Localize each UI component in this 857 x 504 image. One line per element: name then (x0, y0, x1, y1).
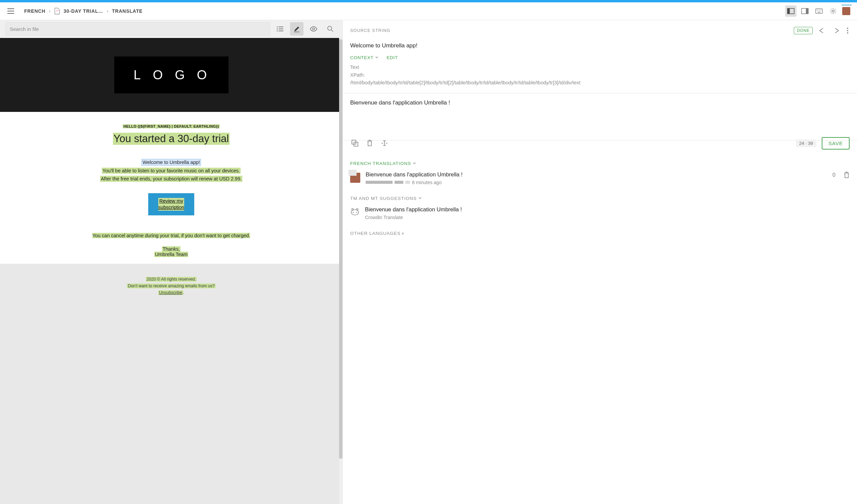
editor-pane: SOURCE STRING DONE Welcome to Umbrella a… (343, 20, 857, 504)
menu-icon[interactable] (6, 7, 15, 15)
svg-rect-12 (279, 27, 283, 27)
translation-time: 8 minutes ago (412, 180, 442, 185)
svg-point-18 (313, 28, 315, 30)
svg-rect-14 (279, 29, 283, 29)
svg-rect-3 (806, 9, 808, 14)
translation-text: Bienvenue dans l'application Umbrella ! (366, 171, 827, 178)
svg-point-11 (277, 27, 278, 28)
translation-input[interactable]: Bienvenue dans l'application Umbrella ! (343, 94, 857, 140)
svg-point-5 (817, 10, 817, 11)
settings-icon[interactable] (827, 5, 839, 17)
preview-toolbar: Search in file (0, 20, 342, 38)
header-actions (785, 5, 851, 17)
thanks-text[interactable]: Thanks, (162, 246, 181, 252)
cta-button[interactable]: Review my subscription (148, 193, 194, 215)
email-preview: LOGO HELLO {{${FIRST_NAME} | DEFAULT: EA… (0, 38, 342, 303)
delete-translation-icon[interactable] (843, 171, 850, 179)
svg-point-28 (352, 208, 354, 210)
clear-icon[interactable] (365, 138, 374, 148)
svg-point-19 (328, 26, 332, 30)
svg-point-27 (356, 212, 357, 213)
mt-engine-icon (350, 207, 359, 216)
user-avatar[interactable] (842, 6, 851, 16)
translation-meta: 8 minutes ago (366, 180, 827, 185)
svg-point-6 (818, 10, 819, 11)
mt-source: Crowdin Translate (365, 215, 462, 220)
edit-context-link[interactable]: EDIT (386, 55, 398, 60)
vote-count: 0 (833, 172, 836, 178)
welcome-text[interactable]: Welcome to Umbrella app! (142, 159, 201, 165)
svg-point-26 (353, 212, 354, 213)
search-input[interactable]: Search in file (5, 22, 270, 36)
preview-scroll[interactable]: LOGO HELLO {{${FIRST_NAME} | DEFAULT: EA… (0, 38, 342, 504)
unsub-question[interactable]: Don't want to receive amazing emails fro… (127, 284, 215, 288)
unsubscribe-link[interactable]: Unsubscribe (158, 290, 183, 295)
cta-line1: Review my (158, 198, 184, 204)
text-cursor-icon[interactable] (380, 138, 389, 148)
app-header: French › 30-Day Trial… › Translate (0, 2, 857, 20)
context-xpath: /html/body/table/tbody/tr/td/table[2]/tb… (350, 79, 850, 87)
translations-section-title[interactable]: FRENCH TRANSLATIONS (343, 155, 857, 170)
copy-source-icon[interactable] (350, 138, 359, 148)
context-row: CONTEXT EDIT (343, 55, 857, 64)
context-type: Text (350, 64, 850, 71)
prev-string-icon[interactable] (817, 27, 827, 35)
translator-avatar (350, 173, 360, 183)
translation-actions: 24 · 39 SAVE (343, 137, 857, 155)
line2-text[interactable]: You'll be able to listen to your favorit… (102, 168, 241, 174)
breadcrumb-translate[interactable]: Translate (112, 9, 142, 14)
search-placeholder: Search in file (10, 26, 39, 32)
mt-text: Bienvenue dans l'application Umbrella ! (365, 206, 462, 213)
svg-rect-4 (816, 9, 822, 14)
svg-point-15 (277, 31, 278, 32)
next-string-icon[interactable] (831, 27, 841, 35)
svg-point-29 (357, 208, 358, 210)
logo-text: LOGO (114, 56, 229, 94)
svg-point-21 (847, 30, 848, 31)
greeting-text[interactable]: HELLO {{${FIRST_NAME} | DEFAULT: EARTHLI… (123, 124, 219, 128)
line3-text[interactable]: After the free trial ends, your subscrip… (100, 176, 242, 182)
svg-point-7 (819, 10, 820, 11)
mt-suggestion-item[interactable]: Bienvenue dans l'application Umbrella ! … (343, 205, 857, 225)
svg-point-22 (847, 32, 848, 34)
context-toggle[interactable]: CONTEXT (350, 55, 379, 60)
svg-point-13 (277, 29, 278, 30)
chevron-right-icon: › (49, 8, 51, 14)
layout-right-icon[interactable] (799, 5, 811, 17)
cta-line2: subscription (158, 204, 184, 211)
context-text: Text XPath: /html/body/table/tbody/tr/td… (343, 64, 857, 93)
top-stripe (0, 0, 857, 2)
list-icon[interactable] (273, 22, 287, 36)
edit-icon[interactable] (290, 22, 303, 36)
scrollbar[interactable] (339, 38, 342, 504)
svg-rect-1 (787, 9, 790, 14)
breadcrumb-file[interactable]: 30-Day Trial… (64, 9, 103, 14)
email-footer: 2020 © All rights reserved. Don't want t… (0, 264, 342, 303)
save-button[interactable]: SAVE (822, 137, 850, 150)
svg-point-8 (821, 10, 821, 11)
zoom-icon[interactable] (324, 22, 337, 36)
preview-pane: Search in file LOGO HELLO {{$ (0, 20, 343, 504)
layout-left-icon[interactable] (785, 5, 796, 17)
team-text[interactable]: Umbrella Team (154, 252, 188, 257)
svg-rect-9 (818, 12, 820, 13)
chevron-right-icon: › (106, 8, 108, 14)
copyright-text[interactable]: 2020 © All rights reserved. (146, 277, 197, 282)
svg-rect-17 (294, 32, 300, 32)
tm-section-title[interactable]: TM AND MT SUGGESTIONS (343, 190, 857, 205)
other-languages-title[interactable]: OTHER LANGUAGES (343, 225, 857, 240)
eye-icon[interactable] (307, 22, 320, 36)
translation-item[interactable]: Bienvenue dans l'application Umbrella ! … (343, 170, 857, 190)
context-xpath-label: XPath: (350, 71, 850, 79)
headline-text[interactable]: You started a 30-day trial (113, 133, 230, 145)
cancel-text[interactable]: You can cancel anytime during your trial… (93, 233, 250, 238)
source-header: SOURCE STRING DONE (343, 20, 857, 35)
source-string-label: SOURCE STRING (350, 28, 789, 33)
more-icon[interactable] (845, 26, 850, 35)
breadcrumb-language[interactable]: French (24, 9, 45, 14)
file-icon (54, 8, 60, 14)
keyboard-icon[interactable] (813, 5, 825, 17)
svg-point-20 (847, 28, 848, 29)
done-badge: DONE (794, 27, 813, 34)
char-counter: 24 · 39 (796, 139, 816, 147)
